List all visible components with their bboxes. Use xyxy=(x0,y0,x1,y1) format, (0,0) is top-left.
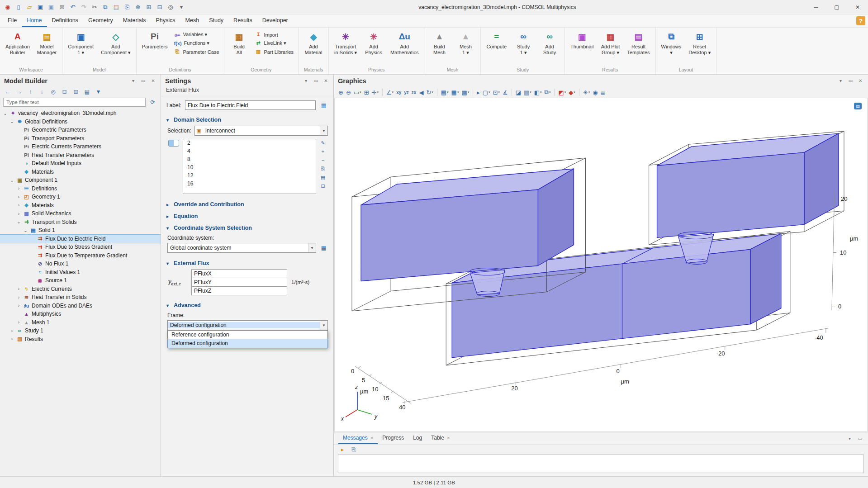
menu-physics[interactable]: Physics xyxy=(151,14,180,27)
tree-item-transport-parameters[interactable]: PiTransport Parameters xyxy=(0,134,161,143)
msg-minimize-icon[interactable]: ▾ xyxy=(846,435,853,442)
ribbon-compute-button[interactable]: =Compute xyxy=(483,28,510,51)
tree-item-flux-due-to-electric-field[interactable]: ⇉Flux Due to Electric Field xyxy=(0,235,161,243)
wireframe-icon[interactable]: ▥▾ xyxy=(522,88,533,97)
back-icon[interactable]: ← xyxy=(3,87,13,96)
tree-item-domain-odes-and-daes[interactable]: ›∂uDomain ODEs and DAEs xyxy=(0,302,161,310)
tree-item-source-1[interactable]: ◉Source 1 xyxy=(0,276,161,285)
selection-entity[interactable]: 12 xyxy=(183,172,316,180)
expand-arrow-icon[interactable]: › xyxy=(16,211,21,216)
close-button[interactable]: ✕ xyxy=(847,0,868,14)
save-as-icon[interactable]: ▣ xyxy=(46,2,56,12)
advanced-section-header[interactable]: ▾ Advanced xyxy=(166,300,328,311)
zoom-extents-icon[interactable]: ⊞ xyxy=(363,88,370,97)
paste-selection-icon[interactable]: ▤ xyxy=(319,174,327,181)
view-menu-icon[interactable]: ▤▾ xyxy=(440,88,450,97)
flux-y-input[interactable] xyxy=(191,278,287,287)
maximize-button[interactable]: ▢ xyxy=(826,0,847,14)
ribbon-add-physics-button[interactable]: ✳Add Physics xyxy=(361,28,386,57)
new-file-icon[interactable]: ▯ xyxy=(14,2,24,12)
rotate-view-icon[interactable]: ↻▾ xyxy=(425,88,434,97)
chevron-down-icon[interactable]: ▼ xyxy=(308,243,316,252)
tree-item-geometric-parameters[interactable]: PiGeometric Parameters xyxy=(0,126,161,134)
cut-icon[interactable]: ✂ xyxy=(90,2,100,12)
expand-all-icon[interactable]: ⊞ xyxy=(71,87,81,96)
selection-entity[interactable]: 10 xyxy=(183,164,316,172)
tree-item-heat-transfer-parameters[interactable]: PiHeat Transfer Parameters xyxy=(0,151,161,160)
tree-item-default-model-inputs[interactable]: ◑Default Model Inputs xyxy=(0,159,161,168)
tree-item-materials[interactable]: ◆Materials xyxy=(0,168,161,176)
tree-item-transport-in-solids[interactable]: ⌄⇉Transport in Solids xyxy=(0,218,161,227)
ribbon-build-all-button[interactable]: ▦Build All xyxy=(227,28,252,57)
ribbon-thumbnail-button[interactable]: ▣Thumbnail xyxy=(567,28,597,51)
mb-float-icon[interactable]: ▭ xyxy=(140,77,147,84)
tree-item-results[interactable]: ›▧Results xyxy=(0,335,161,344)
collapse-arrow-icon[interactable]: ⌄ xyxy=(3,111,8,116)
chevron-down-icon[interactable]: ▼ xyxy=(320,126,327,135)
model-tree-window-icon[interactable]: ⊞ xyxy=(144,2,154,12)
filter-refresh-icon[interactable]: ⟳ xyxy=(148,98,157,107)
expand-arrow-icon[interactable]: › xyxy=(16,286,21,291)
graphics-canvas[interactable]: 20µm100-40-200µm2040151050µmxyz ▤ xyxy=(334,98,868,432)
gfx-close-icon[interactable]: ✕ xyxy=(857,77,864,84)
ribbon-transport-in-solids-button[interactable]: ✳Transport in Solids ▾ xyxy=(331,28,360,57)
tree-item-solid-1[interactable]: ⌄▤Solid 1 xyxy=(0,226,161,235)
customize-toolbar-icon[interactable]: ▾ xyxy=(176,2,186,12)
tree-item-flux-due-to-stress-gradient[interactable]: ⇉Flux Due to Stress Gradient xyxy=(0,243,161,251)
selection-entity[interactable]: 16 xyxy=(183,180,316,188)
equation-section-header[interactable]: ▸ Equation xyxy=(166,211,328,222)
move-down-icon[interactable]: ↓ xyxy=(37,87,47,96)
menu-study[interactable]: Study xyxy=(204,14,228,27)
menu-mesh[interactable]: Mesh xyxy=(180,14,204,27)
new-selection-icon[interactable]: ✎ xyxy=(319,139,327,147)
color-table-icon[interactable]: ▦▾ xyxy=(450,88,460,97)
expand-arrow-icon[interactable]: › xyxy=(9,336,14,341)
expand-arrow-icon[interactable]: › xyxy=(9,328,14,333)
domain-selection-section-header[interactable]: ▾ Domain Selection xyxy=(166,114,328,125)
ribbon-parameter-case-button[interactable]: ⎘Parameter Case xyxy=(171,48,221,55)
move-up-icon[interactable]: ↑ xyxy=(26,87,35,96)
expand-arrow-icon[interactable]: › xyxy=(16,295,21,300)
save-icon[interactable]: ▣ xyxy=(35,2,45,12)
tab-progress[interactable]: Progress xyxy=(378,432,408,444)
plot-in-window-icon[interactable]: ⧉▾ xyxy=(543,88,552,97)
select-icon[interactable]: ▸ xyxy=(475,88,481,97)
tree-item-electric-currents[interactable]: ›ϟElectric Currents xyxy=(0,285,161,294)
tab-table[interactable]: Table× xyxy=(427,432,454,444)
tree-item-no-flux-1[interactable]: ⊘No Flux 1 xyxy=(0,260,161,268)
ribbon-component-1-button[interactable]: ▣Component 1 ▾ xyxy=(65,28,97,57)
external-flux-section-header[interactable]: ▾ External Flux xyxy=(166,258,328,269)
ribbon-parameters-button[interactable]: PiParameters xyxy=(139,28,171,51)
flux-x-input[interactable] xyxy=(191,269,287,278)
menu-developer[interactable]: Developer xyxy=(257,14,293,27)
ribbon-study-1-button[interactable]: ∞Study 1 ▾ xyxy=(511,28,536,57)
ribbon-application-builder-button[interactable]: AApplication Builder xyxy=(2,28,33,57)
zx-view-icon[interactable]: zx xyxy=(410,89,418,96)
mb-menu-icon[interactable]: ▾ xyxy=(130,77,137,84)
close-file-icon[interactable]: ⊠ xyxy=(57,2,67,12)
tree-item-study-1[interactable]: ›∞Study 1 xyxy=(0,327,161,335)
ribbon-add-study-button[interactable]: ∞Add Study xyxy=(537,28,562,57)
measure-icon[interactable]: ∡ xyxy=(501,88,509,97)
tree-item-component-1[interactable]: ⌄▣Component 1 xyxy=(0,176,161,185)
tree-item-heat-transfer-in-solids[interactable]: ›≋Heat Transfer in Solids xyxy=(0,293,161,302)
chevron-down-icon[interactable]: ▼ xyxy=(320,321,327,330)
clip-plane-icon[interactable]: ◧▾ xyxy=(533,88,543,97)
ribbon-variables-button[interactable]: a=Variables ▾ xyxy=(171,31,221,38)
tree-item-solid-mechanics[interactable]: ›▩Solid Mechanics xyxy=(0,209,161,218)
expand-arrow-icon[interactable]: › xyxy=(16,320,21,325)
tree-item-electric-currents-parameters[interactable]: PiElectric Currents Parameters xyxy=(0,142,161,151)
selection-color-icon[interactable]: ◩▾ xyxy=(557,88,567,97)
tree-item-flux-due-to-temperature-gradient[interactable]: ⇉Flux Due to Temperature Gradient xyxy=(0,251,161,260)
add-to-selection-icon[interactable]: + xyxy=(319,148,327,155)
image-settings-icon[interactable]: ▩▾ xyxy=(460,88,470,97)
tree-item-definitions[interactable]: ›≔Definitions xyxy=(0,185,161,193)
solid-upper-right[interactable] xyxy=(657,133,839,237)
zoom-box-icon[interactable]: ▭▾ xyxy=(352,88,363,97)
collapse-arrow-icon[interactable]: ⌄ xyxy=(23,228,28,233)
coordinate-system-combobox[interactable]: Global coordinate system ▼ xyxy=(167,243,316,253)
node-text-icon[interactable]: ▤ xyxy=(82,87,92,96)
ribbon-add-material-button[interactable]: ◆Add Material xyxy=(301,28,326,57)
show-icon[interactable]: ◎ xyxy=(48,87,58,96)
filter-input[interactable] xyxy=(3,98,146,107)
